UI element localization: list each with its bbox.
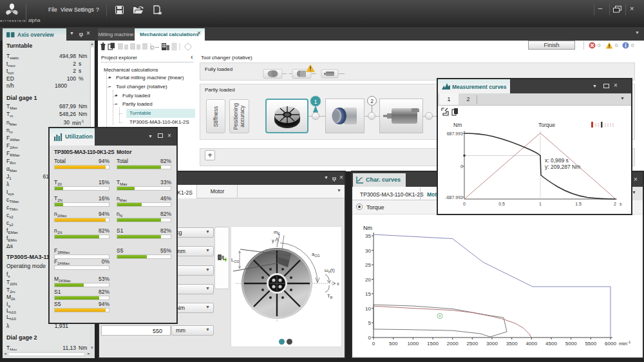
svg-text:y: y <box>272 238 274 243</box>
svg-text:TR: TR <box>327 293 333 300</box>
svg-text:3500: 3500 <box>506 341 518 347</box>
svg-text:x: x <box>337 281 339 287</box>
svg-text:1: 1 <box>314 99 317 105</box>
svg-text:4500: 4500 <box>545 341 557 347</box>
svg-text:x: 0,989 s: x: 0,989 s <box>545 157 569 164</box>
svg-text:y: 209,287 Nm: y: 209,287 Nm <box>545 164 580 170</box>
svg-text:3000: 3000 <box>486 341 498 347</box>
svg-text:35: 35 <box>365 233 371 239</box>
svg-text:Nm: Nm <box>363 225 372 231</box>
svg-text:25: 25 <box>365 262 371 268</box>
svg-text:15: 15 <box>365 291 371 297</box>
svg-text:5000: 5000 <box>565 341 577 347</box>
svg-text:min-1: min-1 <box>619 340 631 347</box>
svg-text:5500: 5500 <box>585 341 596 347</box>
svg-text:1500: 1500 <box>427 341 439 347</box>
svg-text:aCG: aCG <box>312 251 319 258</box>
svg-text:6000: 6000 <box>605 341 616 347</box>
svg-text:Nm: Nm <box>453 122 462 128</box>
svg-text:30: 30 <box>365 248 371 254</box>
svg-text:500: 500 <box>389 341 398 347</box>
svg-text:1: 1 <box>539 202 542 206</box>
svg-text:20: 20 <box>365 277 371 283</box>
svg-text:mE: mE <box>274 229 280 236</box>
svg-text:0: 0 <box>372 341 375 347</box>
svg-text:1.5: 1.5 <box>575 202 582 206</box>
svg-text:Torque: Torque <box>538 122 555 128</box>
svg-text:687.991: 687.991 <box>447 131 463 136</box>
svg-text:s: s <box>620 202 622 206</box>
svg-text:4000: 4000 <box>526 341 537 347</box>
svg-text:2500: 2500 <box>466 341 478 347</box>
svg-text:0.5: 0.5 <box>498 202 505 206</box>
svg-text:1000: 1000 <box>407 341 419 347</box>
svg-text:2000: 2000 <box>447 341 459 347</box>
svg-text:-687.991: -687.991 <box>445 195 463 200</box>
svg-text:2: 2 <box>614 202 616 206</box>
svg-text:5: 5 <box>368 320 372 326</box>
svg-text:0: 0 <box>368 335 372 341</box>
svg-text:ωz(t): ωz(t) <box>325 267 335 274</box>
svg-text:LCG: LCG <box>231 257 239 263</box>
svg-text:10: 10 <box>365 306 371 312</box>
svg-text:0: 0 <box>463 202 466 206</box>
